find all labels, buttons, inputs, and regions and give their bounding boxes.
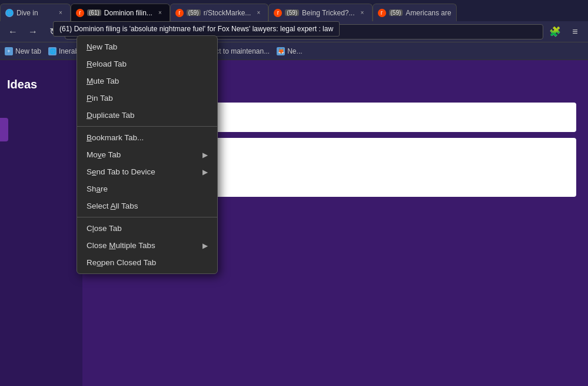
menu-item-send-tab[interactable]: Send Tab to Device▶ xyxy=(77,163,217,180)
menu-button[interactable]: ≡ xyxy=(567,24,583,40)
context-menu: New TabReload TabMute TabPin TabDuplicat… xyxy=(77,35,218,274)
tab-tooltip: (61) Dominion filing is 'absolute nightm… xyxy=(53,21,340,37)
tab-tab4[interactable]: r(59)Being Tricked?...× xyxy=(268,4,372,21)
menu-item-label-duplicate-tab: Duplicate Tab xyxy=(87,111,135,120)
tab-close-tab4[interactable]: × xyxy=(358,8,367,18)
menu-item-pin-tab[interactable]: Pin Tab xyxy=(77,90,217,107)
tab-close-tab1[interactable]: × xyxy=(56,8,65,18)
menu-item-label-close-tab: Close Tab xyxy=(87,224,122,233)
forward-button[interactable]: → xyxy=(25,24,41,40)
tab-tab1[interactable]: 🌐Dive in× xyxy=(0,4,71,21)
menu-item-duplicate-tab[interactable]: Duplicate Tab xyxy=(77,107,217,124)
menu-item-reopen-closed-tab[interactable]: Reopen Closed Tab xyxy=(77,254,217,271)
menu-item-move-tab[interactable]: Move Tab▶ xyxy=(77,146,217,163)
sidebar: Ideas xyxy=(0,60,82,386)
tab-favicon-tab5: r xyxy=(378,9,386,17)
tab-favicon-tab2: r xyxy=(76,9,84,17)
extensions-button[interactable]: 🧩 xyxy=(547,24,563,40)
menu-item-label-send-tab: Send Tab to Device xyxy=(87,167,155,176)
menu-item-mute-tab[interactable]: Mute Tab xyxy=(77,72,217,90)
bookmark-item-4[interactable]: 🦊Ne... xyxy=(277,47,302,55)
tab-close-tab3[interactable]: × xyxy=(254,8,263,18)
submenu-chevron-send-tab: ▶ xyxy=(202,168,208,176)
menu-item-new-tab[interactable]: New Tab xyxy=(77,38,217,55)
menu-item-close-multiple-tabs[interactable]: Close Multiple Tabs▶ xyxy=(77,237,217,254)
tab-bar: 🌐Dive in×r(61)Dominion filin...×r(59)r/S… xyxy=(0,0,588,21)
menu-divider-9 xyxy=(77,217,217,217)
menu-item-label-mute-tab: Mute Tab xyxy=(87,77,119,85)
menu-item-label-pin-tab: Pin Tab xyxy=(87,94,113,103)
menu-item-label-bookmark-tab: Bookmark Tab... xyxy=(87,133,144,142)
menu-item-close-tab[interactable]: Close Tab xyxy=(77,220,217,237)
sidebar-section: Ideas xyxy=(0,72,82,102)
bookmark-label-0: New tab xyxy=(15,47,41,55)
bookmark-item-0[interactable]: +New tab xyxy=(5,47,41,55)
bookmark-icon-4: 🦊 xyxy=(277,47,285,55)
menu-item-share[interactable]: Share xyxy=(77,180,217,197)
menu-divider-4 xyxy=(77,126,217,127)
menu-item-reload-tab[interactable]: Reload Tab xyxy=(77,55,217,72)
tab-title-tab2: Dominion filin... xyxy=(104,9,152,17)
tab-tab3[interactable]: r(59)r/StockMarke...× xyxy=(170,4,268,21)
tab-tab5[interactable]: r(59)Americans are xyxy=(373,4,457,21)
tab-favicon-tab1: 🌐 xyxy=(5,9,14,17)
bookmark-label-4: Ne... xyxy=(287,47,302,55)
tab-favicon-tab3: r xyxy=(175,9,184,17)
menu-item-label-close-multiple-tabs: Close Multiple Tabs xyxy=(87,241,155,250)
menu-item-label-move-tab: Move Tab xyxy=(87,150,121,159)
tab-badge-tab5: (59) xyxy=(389,9,403,16)
tab-favicon-tab4: r xyxy=(274,9,282,17)
menu-item-label-share: Share xyxy=(87,184,108,193)
tab-badge-tab4: (59) xyxy=(285,9,299,16)
tab-title-tab4: Being Tricked?... xyxy=(302,9,354,17)
menu-item-label-new-tab: New Tab xyxy=(87,42,117,51)
back-button[interactable]: ← xyxy=(5,24,21,40)
bookmark-icon-0: + xyxy=(5,47,13,55)
sidebar-accent-bar xyxy=(0,118,8,141)
menu-item-label-reload-tab: Reload Tab xyxy=(87,60,127,68)
tab-title-tab3: r/StockMarke... xyxy=(204,9,251,17)
submenu-chevron-close-multiple-tabs: ▶ xyxy=(202,242,208,250)
menu-item-select-all-tabs[interactable]: Select All Tabs xyxy=(77,197,217,215)
bookmark-icon-1: 🌐 xyxy=(48,47,57,55)
tab-tab2[interactable]: r(61)Dominion filin...× xyxy=(71,4,170,21)
submenu-chevron-move-tab: ▶ xyxy=(202,151,208,159)
tab-badge-tab2: (61) xyxy=(87,9,101,16)
menu-item-label-select-all-tabs: Select All Tabs xyxy=(87,202,138,210)
tab-title-tab5: Americans are xyxy=(406,9,451,17)
sidebar-ideas-label: Ideas xyxy=(7,78,75,91)
tab-badge-tab3: (59) xyxy=(187,9,201,16)
tab-close-tab2[interactable]: × xyxy=(155,8,165,18)
tab-title-tab1: Dive in xyxy=(16,9,38,17)
menu-item-bookmark-tab[interactable]: Bookmark Tab... xyxy=(77,129,217,146)
menu-item-label-reopen-closed-tab: Reopen Closed Tab xyxy=(87,258,156,267)
